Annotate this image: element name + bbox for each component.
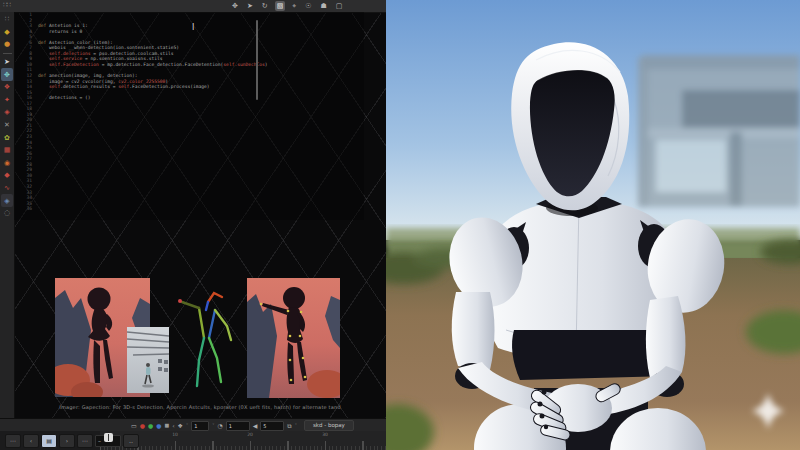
keyframe-green-icon[interactable]: ●	[148, 420, 153, 431]
volume-field[interactable]: 5	[260, 421, 284, 431]
current-frame-button[interactable]: ▤	[41, 434, 57, 448]
robot-right-upper-arm	[646, 296, 686, 378]
playback-bar: ▭ ● ● ● ■ ‹ ❖ ˅ 1 ˅ ◔ 1 ◀ 5 ⧉ ˅ skd - bo…	[0, 418, 386, 432]
prev-key-icon[interactable]: ‹	[172, 420, 174, 431]
sphere-icon[interactable]: ●	[1, 38, 13, 51]
record-icon[interactable]: ◉	[1, 157, 13, 170]
text-cursor-icon: I	[192, 24, 194, 32]
select-tool-icon[interactable]: ➤	[245, 1, 255, 11]
status-bar-text: Imager: Gapection: For 3D-s Detection, A…	[14, 404, 386, 410]
code-editor[interactable]: 123def Antetion is 1:4 returns is 056def…	[14, 12, 364, 220]
tool-strip: ∷◆●➤✥❖✦◈✕✿▦◉◆∿◈◌	[0, 12, 15, 418]
rotate-tool-icon[interactable]: ↻	[260, 1, 270, 11]
keyframe-blue-icon[interactable]: ●	[156, 420, 161, 431]
mask-tool-icon[interactable]: ☗	[318, 1, 328, 11]
diamond-icon[interactable]: ◆	[1, 169, 13, 182]
ruler-frame-number: 10	[172, 432, 178, 437]
timeline-bar: 102030 ⋯‹▤›⋯–‥	[0, 431, 386, 450]
ghost-tool-icon[interactable]: ☉	[303, 1, 313, 11]
ruler-frame-number: 30	[322, 432, 328, 437]
active-tool-icon[interactable]: ▧	[275, 1, 286, 11]
skeleton-bones	[178, 293, 231, 386]
grid-red-icon[interactable]: ▦	[1, 144, 13, 157]
timeline-ruler[interactable]: 102030	[100, 431, 386, 450]
frame-dropdown-caret[interactable]: ˅	[212, 423, 214, 428]
timeline-playhead[interactable]	[104, 433, 113, 442]
circle-icon[interactable]: ◌	[1, 207, 13, 220]
wave-icon[interactable]: ∿	[1, 182, 13, 195]
grid-icon[interactable]: ∷	[1, 13, 13, 26]
hand-icon[interactable]: ✥	[1, 68, 13, 81]
clock-icon[interactable]: ◔	[217, 420, 222, 431]
playback-mode-field[interactable]: skd - bopay	[304, 420, 354, 431]
box-tool-icon[interactable]: ◈	[1, 194, 13, 207]
step-forward-button[interactable]: ›	[59, 434, 75, 448]
mode-dropdown-caret[interactable]: ˅	[295, 423, 297, 428]
timeline-buttons: ⋯‹▤›⋯–‥	[5, 434, 139, 448]
range-dots[interactable]: ‥	[123, 434, 139, 448]
keyframe-grey-icon[interactable]: ■	[164, 420, 169, 431]
top-toolbar: ✥➤↻▧⌖☉☗▢	[230, 0, 344, 12]
pose-icon[interactable]: ❖	[1, 81, 13, 94]
joint-icon[interactable]: ◈	[1, 106, 13, 119]
editor-scrollbar[interactable]	[256, 20, 258, 100]
spark-icon[interactable]: ✦	[1, 94, 13, 107]
layout-grid-icon[interactable]: ∷∷	[3, 1, 10, 9]
reference-photo[interactable]	[127, 327, 169, 393]
ruler-frame-number: 20	[247, 432, 253, 437]
step-field[interactable]: 1	[226, 421, 250, 431]
layers-icon[interactable]: ⧉	[287, 420, 291, 431]
flower-icon[interactable]: ✿	[1, 131, 13, 144]
keyframe-red-icon[interactable]: ●	[140, 420, 145, 431]
timeline-menu-right[interactable]: ⋯	[77, 434, 93, 448]
snap-dropdown-caret[interactable]: ˅	[186, 423, 188, 428]
delete-icon[interactable]: ✕	[1, 119, 13, 132]
step-back-button[interactable]: ‹	[23, 434, 39, 448]
frame-tool-icon[interactable]: ▢	[334, 1, 345, 11]
snap-tool-icon[interactable]: ⌖	[290, 1, 298, 11]
render-viewport	[386, 0, 800, 450]
dcc-app-panel: ∷∷ ✥➤↻▧⌖☉☗▢ ∷◆●➤✥❖✦◈✕✿▦◉◆∿◈◌ 123def Ante…	[0, 0, 388, 450]
strip-divider	[3, 53, 12, 54]
reference-image-back[interactable]	[247, 278, 340, 398]
robot-left-upper-arm	[452, 292, 495, 370]
code-lines: 123def Antetion is 1:4 returns is 056def…	[14, 12, 364, 212]
timeline-menu-left[interactable]: ⋯	[5, 434, 21, 448]
snap-icon[interactable]: ❖	[178, 420, 183, 431]
display-mode-icon[interactable]: ▭	[131, 420, 137, 431]
speaker-icon[interactable]: ◀	[253, 420, 258, 431]
move-tool-icon[interactable]: ✥	[230, 1, 240, 11]
wrench-icon[interactable]: ◆	[1, 26, 13, 39]
frame-field[interactable]: 1	[191, 421, 209, 431]
code-line: 36	[14, 206, 364, 212]
cursor-icon[interactable]: ➤	[1, 56, 13, 69]
background-building	[638, 55, 800, 207]
pose-skeleton[interactable]	[172, 288, 236, 390]
